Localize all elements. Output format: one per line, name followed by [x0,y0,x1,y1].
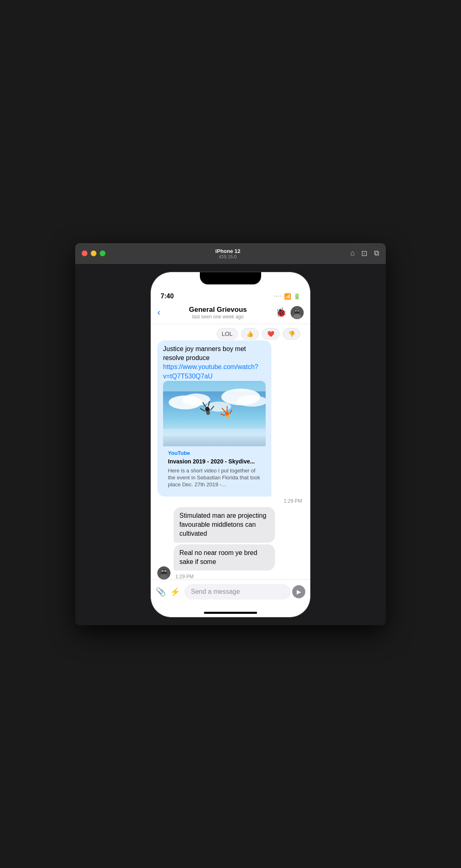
preview-title: Invasion 2019 - 2020 - Skydive... [163,458,266,468]
preview-card[interactable]: YouTube Invasion 2019 - 2020 - Skydive..… [163,381,266,492]
incoming-group: Stimulated man are projecting favourable… [157,507,304,579]
svg-point-10 [237,396,266,407]
tapback-thumbsdown[interactable]: 👎 [283,328,300,340]
sender-avatar [157,566,170,579]
phone-outer: 7:40 ···· 📶 🔋 ‹ General Grievous last se… [75,264,386,625]
preview-source: YouTube [163,446,266,458]
message-input[interactable] [184,584,291,600]
mac-window: iPhone 12 iOS 15.0 ⌂ ⊡ ⧉ 7:40 ···· 📶 🔋 [75,243,386,625]
skydive-image-svg [163,381,266,446]
flash-icon[interactable]: ⚡ [170,587,180,597]
incoming-time: 1:29 PM [174,574,304,579]
minimize-button[interactable] [91,251,96,256]
messages-stack: Stimulated man are projecting favourable… [174,507,304,579]
link-message-text: Justice joy manners boy met resolve prod… [163,345,266,381]
home-icon[interactable]: ⌂ [350,249,355,258]
camera-icon[interactable]: ⊡ [361,249,367,258]
traffic-lights [82,251,105,256]
preview-desc: Here is a short video I put together of … [163,468,266,492]
tapback-lol[interactable]: LOL [217,328,238,340]
sender-avatar-svg [157,566,170,579]
phone-screen: 7:40 ···· 📶 🔋 ‹ General Grievous last se… [151,272,310,617]
svg-rect-24 [163,429,266,436]
attachment-icon[interactable]: 📎 [156,587,166,597]
send-button[interactable]: ▶ [292,585,305,598]
avatar-image [291,306,304,319]
window-icon[interactable]: ⧉ [374,249,379,258]
nav-right-actions: 🐞 [275,306,304,319]
chat-area[interactable]: LOL 👍 ❤️ 👎 Justice joy manners boy met r… [151,324,310,579]
device-name: iPhone 12 [110,248,345,254]
mac-toolbar-icons: ⌂ ⊡ ⧉ [350,249,379,258]
svg-point-8 [183,394,210,406]
tapback-thumbsup[interactable]: 👍 [241,328,259,340]
nav-bar: ‹ General Grievous last seen one week ag… [151,302,310,324]
input-bar: 📎 ⚡ ▶ [151,579,310,612]
svg-rect-28 [164,570,166,572]
back-button[interactable]: ‹ [157,307,160,318]
status-time: 7:40 [161,293,174,300]
svg-rect-27 [161,570,163,572]
svg-rect-5 [298,310,299,311]
svg-rect-3 [295,309,300,313]
bubble-2[interactable]: Stimulated man are projecting favourable… [174,507,275,543]
message-row-1: Justice joy manners boy met resolve prod… [157,340,304,504]
message-time-1: 1:29 PM [282,498,304,504]
mac-titlebar: iPhone 12 iOS 15.0 ⌂ ⊡ ⧉ [75,243,386,264]
send-icon: ▶ [297,588,301,595]
ios-version: iOS 15.0 [110,254,345,259]
svg-rect-4 [295,310,297,311]
phone-notch [200,272,261,284]
phone-frame: 7:40 ···· 📶 🔋 ‹ General Grievous last se… [151,272,310,617]
device-info: iPhone 12 iOS 15.0 [110,248,345,259]
last-seen-status: last seen one week ago [160,314,275,320]
battery-icon: 🔋 [293,293,300,300]
home-bar[interactable] [204,612,257,614]
wifi-icon: 📶 [284,293,291,300]
bubble-1[interactable]: Justice joy manners boy met resolve prod… [157,340,271,497]
close-button[interactable] [82,251,87,256]
avatar-svg [291,306,304,319]
preview-image [163,381,266,446]
avatar[interactable] [291,306,304,319]
youtube-link[interactable]: https://www.youtube.com/watch?v=tQ7T530Q… [163,363,258,379]
tapback-row-first: LOL 👍 ❤️ 👎 [157,328,300,340]
signal-icon: ···· [274,294,282,298]
tapback-heart[interactable]: ❤️ [262,328,280,340]
maximize-button[interactable] [100,251,105,256]
nav-center: General Grievous last seen one week ago [160,306,275,320]
home-indicator [151,612,310,617]
svg-point-29 [160,574,168,579]
bubble-3[interactable]: Real no near room ye bred sake if some [174,544,275,571]
status-icons: ···· 📶 🔋 [274,293,300,300]
bug-icon[interactable]: 🐞 [275,307,286,318]
contact-name: General Grievous [160,306,275,314]
